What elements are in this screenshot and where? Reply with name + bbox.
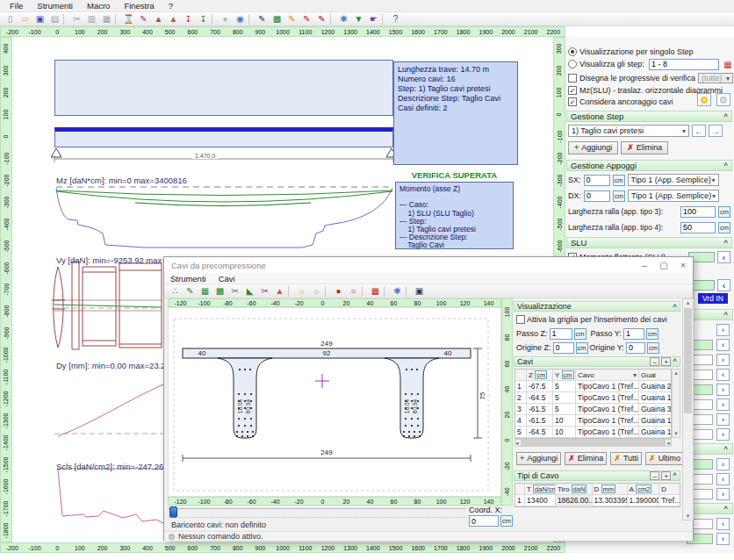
origine-z-input[interactable] — [553, 342, 574, 354]
menu-item[interactable]: Finestra — [118, 1, 160, 11]
grid-checkbox[interactable] — [516, 315, 525, 324]
toolbar-icon[interactable]: ↧ — [181, 13, 196, 25]
cavi-aggiungi-button[interactable]: +Aggiungi — [516, 452, 561, 465]
collapse-icon[interactable]: ^ — [673, 357, 677, 366]
toolbar-icon[interactable]: ▥ — [84, 13, 99, 25]
collapse-icon[interactable]: ^ — [673, 303, 677, 311]
aggiungi-step-button[interactable]: +Aggiungi — [568, 141, 618, 154]
expand-button[interactable]: ‹ — [716, 324, 730, 336]
ancoraggio-checkbox[interactable] — [568, 97, 577, 106]
grow-button[interactable]: + — [661, 357, 671, 366]
sx-type-select[interactable]: Tipo 1 (App. Semplice) — [628, 174, 719, 186]
elimina-step-button[interactable]: ✗Elimina — [621, 141, 668, 154]
mz-slu-checkbox[interactable] — [568, 86, 577, 95]
coord-x-input[interactable] — [469, 515, 499, 527]
dialog-title-bar[interactable]: Cavi da precompressione – ▢ × — [164, 257, 693, 273]
toolbar-icon[interactable]: ▦ — [99, 13, 114, 25]
expand-button[interactable]: ‹ — [716, 428, 730, 441]
cavi-ultimo-button[interactable]: ✗Ultimo — [645, 452, 684, 465]
expand-button[interactable]: ‹ — [716, 369, 730, 381]
unit-chip[interactable]: cm — [535, 370, 547, 379]
toolbar-icon[interactable]: ✎ — [299, 13, 314, 25]
dx-input[interactable] — [584, 190, 610, 202]
progressive-select[interactable]: (tutte) — [698, 73, 733, 83]
unit-chip[interactable]: cm2 — [636, 485, 651, 493]
dx-unit[interactable]: cm — [613, 190, 625, 202]
dialog-toolbar-icon[interactable] — [384, 286, 389, 297]
toolbar-icon[interactable]: ✱ — [336, 13, 351, 25]
dx-type-select[interactable]: Tipo 1 (App. Semplice) — [628, 190, 719, 202]
menu-item[interactable]: Macro — [81, 1, 116, 11]
grow-button[interactable]: + — [661, 471, 671, 480]
toolbar-icon[interactable]: ◉ — [233, 13, 248, 25]
unit-chip[interactable]: mm — [601, 485, 616, 493]
toolbar-icon[interactable]: ✎ — [255, 13, 270, 25]
dialog-toolbar-icon[interactable] — [325, 286, 330, 297]
expand-button[interactable]: ‹ — [716, 533, 730, 545]
cavi-hscrollbar[interactable]: ◂ ▸ — [515, 439, 672, 447]
toolbar-icon[interactable]: ▯ — [3, 13, 18, 25]
toolbar-icon[interactable]: ✎ — [314, 13, 329, 25]
dialog-toolbar-icon[interactable]: ☼ — [309, 285, 324, 298]
collapse-icon[interactable]: ^ — [723, 239, 728, 247]
coord-x-unit[interactable]: cm — [500, 515, 513, 527]
toolbar-icon[interactable]: ✂ — [69, 13, 84, 25]
ralla4-input[interactable] — [680, 222, 716, 233]
dialog-toolbar-icon[interactable]: ✱ — [390, 285, 405, 298]
collapse-icon[interactable]: ^ — [723, 505, 728, 513]
toolbar-icon[interactable]: ▲ — [166, 13, 181, 25]
toolbar-icon[interactable] — [115, 14, 120, 25]
toolbar-icon[interactable]: ● — [218, 13, 233, 25]
cavi-table-row[interactable]: 5 -64.5 10 TipoCavo 1 (Tref... Guaina 1 — [515, 427, 671, 438]
radio-single-step[interactable] — [568, 47, 577, 56]
origine-z-unit[interactable]: cm — [576, 342, 588, 354]
expand-button[interactable]: ‹ — [716, 488, 730, 500]
maximize-icon[interactable]: ▢ — [654, 258, 673, 273]
toolbar-icon[interactable]: ▩ — [270, 13, 284, 25]
position-slider-track[interactable] — [168, 508, 466, 512]
section-canvas[interactable]: 249 92 40 40 249 75 16.04 60.94 16.04 60… — [168, 307, 501, 497]
cavi-vscrollbar[interactable]: ▴▾ — [672, 369, 680, 438]
expand-button[interactable]: ‹ — [716, 384, 730, 396]
menu-item[interactable]: ? — [162, 1, 179, 11]
cavi-table-row[interactable]: 3 -61.5 5 TipoCavo 1 (Tref... Guaina 3 — [515, 404, 671, 415]
steps-range-input[interactable] — [649, 59, 719, 70]
dialog-toolbar-icon[interactable]: ✂ — [227, 285, 242, 298]
origine-y-input[interactable] — [626, 342, 645, 354]
expand-button[interactable]: ‹ — [716, 518, 730, 530]
sx-unit[interactable]: cm — [613, 175, 625, 186]
unit-chip[interactable]: daN/cm2 — [533, 485, 556, 493]
toolbar-icon[interactable]: ▼ — [351, 13, 366, 25]
dialog-toolbar-icon[interactable]: ✂ — [257, 285, 272, 298]
dialog-toolbar-icon[interactable]: ☼ — [294, 285, 309, 298]
collapse-icon[interactable]: ^ — [723, 112, 728, 120]
toolbar-icon[interactable]: ↧ — [196, 13, 211, 25]
dialog-toolbar-icon[interactable]: ▦ — [368, 285, 383, 298]
progressive-checkbox[interactable] — [568, 74, 577, 83]
dialog-toolbar-icon[interactable]: ▲ — [272, 285, 287, 298]
menu-item[interactable]: File — [4, 1, 29, 11]
toolbar-icon[interactable] — [212, 14, 217, 25]
collapse-icon[interactable]: ^ — [723, 162, 728, 169]
step-prev-button[interactable]: ← — [692, 125, 706, 137]
dialog-toolbar-icon[interactable]: ● — [331, 285, 346, 298]
momento-expand-button[interactable]: ‹ — [717, 251, 730, 263]
dialog-toolbar-icon[interactable]: ∴ — [168, 285, 183, 298]
minimize-icon[interactable]: – — [635, 258, 654, 273]
collapse-icon[interactable]: ^ — [723, 311, 728, 319]
dialog-toolbar-icon[interactable] — [362, 286, 367, 297]
passo-y-unit[interactable]: cm — [646, 328, 658, 340]
toolbar-icon[interactable]: ⌛ — [121, 13, 136, 25]
section-tipi-di-cavo[interactable]: Tipi di Cavo – + ^ — [514, 470, 680, 481]
cavi-elimina-button[interactable]: ✗Elimina — [565, 452, 607, 465]
passo-z-input[interactable] — [550, 328, 572, 340]
ralla3-unit[interactable]: cm — [718, 206, 730, 218]
step-select[interactable]: 1) Taglio cavi pretesi — [568, 125, 689, 137]
dialog-toolbar-icon[interactable]: ✎ — [183, 285, 198, 298]
steps-apply-icon[interactable]: ▦ — [722, 58, 734, 70]
lamp-off-button[interactable] — [716, 93, 730, 106]
toolbar-icon[interactable]: ▣ — [32, 13, 47, 25]
toolbar-icon[interactable]: ☛ — [366, 13, 381, 25]
dropdown-icon[interactable]: ▾ — [633, 371, 637, 379]
dialog-menu-item[interactable]: Strumenti — [164, 274, 212, 284]
